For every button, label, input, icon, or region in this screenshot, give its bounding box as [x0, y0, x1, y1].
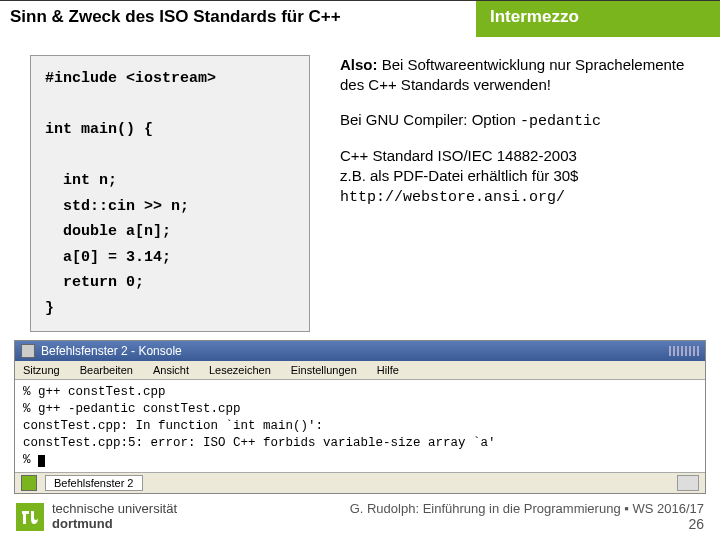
ansi-url: http://webstore.ansi.org/	[340, 189, 565, 206]
cursor-icon	[38, 455, 45, 467]
menu-item[interactable]: Ansicht	[153, 364, 189, 376]
slide-title: Sinn & Zweck des ISO Standards für C++	[0, 1, 476, 37]
terminal-title: Befehlsfenster 2 - Konsole	[41, 344, 182, 358]
menu-item[interactable]: Hilfe	[377, 364, 399, 376]
window-icon	[21, 344, 35, 358]
credit-line: G. Rudolph: Einführung in die Programmie…	[350, 501, 704, 516]
terminal-window: Befehlsfenster 2 - Konsole Sitzung Bearb…	[14, 340, 706, 494]
menu-item[interactable]: Einstellungen	[291, 364, 357, 376]
slide-badge: Intermezzo	[476, 1, 720, 37]
terminal-titlebar: Befehlsfenster 2 - Konsole	[15, 341, 705, 361]
pedantic-option: -pedantic	[520, 113, 601, 130]
menu-item[interactable]: Lesezeichen	[209, 364, 271, 376]
terminal-output: % g++ constTest.cpp % g++ -pedantic cons…	[15, 380, 705, 472]
code-example: #include <iostream> int main() { int n; …	[30, 55, 310, 332]
page-number: 26	[350, 516, 704, 532]
also-label: Also:	[340, 56, 378, 73]
menu-item[interactable]: Sitzung	[23, 364, 60, 376]
terminal-tabbar: Befehlsfenster 2	[15, 472, 705, 493]
explanation-text: Also: Bei Softwareentwicklung nur Sprach…	[340, 55, 690, 332]
terminal-menubar[interactable]: Sitzung Bearbeiten Ansicht Lesezeichen E…	[15, 361, 705, 380]
terminal-tab[interactable]: Befehlsfenster 2	[45, 475, 143, 491]
slide-footer: technische universitätdortmund G. Rudolp…	[0, 495, 720, 540]
titlebar-grip	[669, 346, 699, 356]
new-tab-icon[interactable]	[21, 475, 37, 491]
tu-logo-icon	[16, 503, 44, 531]
menu-item[interactable]: Bearbeiten	[80, 364, 133, 376]
tab-handle-icon	[677, 475, 699, 491]
